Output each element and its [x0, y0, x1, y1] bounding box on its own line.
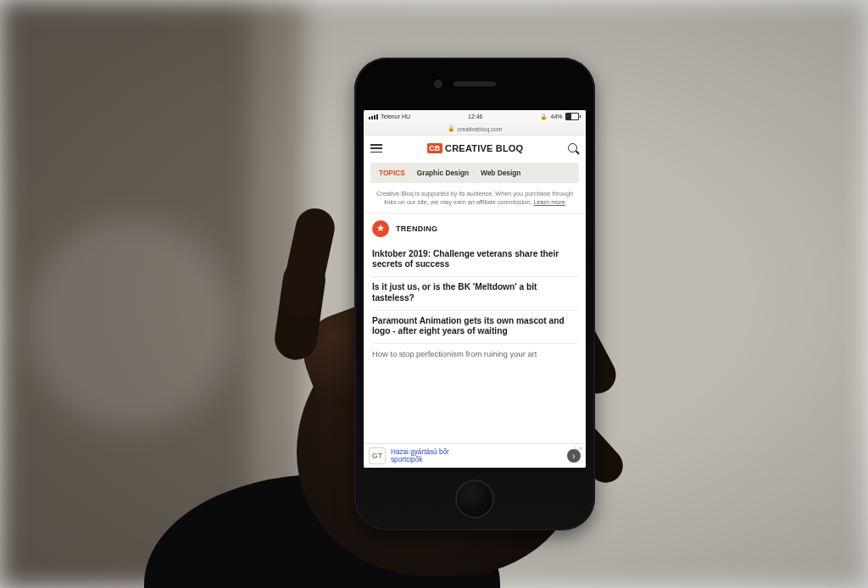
- status-time: 12:46: [468, 114, 483, 119]
- ad-text: Hazai gyártású bőr sportcipők: [391, 448, 562, 463]
- learn-more-link[interactable]: Learn more: [533, 198, 565, 206]
- star-icon: ★: [372, 220, 389, 237]
- trending-label: TRENDING: [396, 225, 437, 233]
- battery-icon: [565, 113, 581, 120]
- ad-line1: Hazai gyártású bőr: [391, 448, 449, 456]
- url-domain: creativebloq.com: [458, 126, 503, 132]
- logo-text: CREATIVE BLOQ: [445, 143, 523, 153]
- signal-bars-icon: [369, 114, 378, 119]
- logo-badge: CB: [427, 143, 442, 153]
- hamburger-menu-icon[interactable]: [370, 144, 382, 153]
- article-link[interactable]: How to stop perfectionism from ruining y…: [372, 344, 577, 361]
- carrier-name: Telenor HU: [381, 114, 410, 119]
- ad-arrow-icon[interactable]: ›: [567, 449, 581, 463]
- trending-header: ★ TRENDING: [364, 214, 586, 244]
- iphone-frame: Telenor HU 12:46 🔒 44% 🔒 creativebloq.co…: [354, 58, 595, 530]
- ios-status-bar: Telenor HU 12:46 🔒 44%: [364, 110, 586, 123]
- affiliate-disclaimer: Creative Bloq is supported by its audien…: [364, 183, 586, 214]
- article-link[interactable]: Inktober 2019: Challenge veterans share …: [372, 244, 577, 278]
- earpiece-speaker: [453, 81, 496, 86]
- site-logo[interactable]: CB CREATIVE BLOQ: [427, 143, 524, 153]
- adchoices-icon[interactable]: ▷✕: [575, 446, 582, 451]
- ad-sponsor-badge: GT: [369, 447, 386, 464]
- tab-topics[interactable]: TOPICS: [379, 169, 405, 177]
- lock-icon: 🔒: [448, 125, 455, 132]
- article-list: Inktober 2019: Challenge veterans share …: [364, 244, 586, 468]
- home-button[interactable]: [455, 480, 494, 519]
- tab-graphic-design[interactable]: Graphic Design: [417, 169, 469, 177]
- topic-tabs: TOPICS Graphic Design Web Design: [370, 163, 579, 183]
- article-link[interactable]: Paramount Animation gets its own mascot …: [372, 311, 577, 345]
- front-camera: [434, 80, 442, 88]
- phone-screen: Telenor HU 12:46 🔒 44% 🔒 creativebloq.co…: [364, 110, 586, 468]
- site-header: CB CREATIVE BLOQ: [364, 136, 586, 161]
- search-icon[interactable]: [568, 143, 579, 154]
- safari-url-bar[interactable]: 🔒 creativebloq.com: [364, 123, 586, 136]
- ad-banner[interactable]: ▷✕ GT Hazai gyártású bőr sportcipők ›: [364, 443, 586, 468]
- orientation-lock-icon: 🔒: [540, 114, 548, 120]
- article-link[interactable]: Is it just us, or is the BK 'Meltdown' a…: [372, 277, 577, 311]
- battery-percentage: 44%: [550, 114, 562, 119]
- tab-web-design[interactable]: Web Design: [481, 169, 520, 177]
- ad-line2: sportcipők: [391, 456, 422, 463]
